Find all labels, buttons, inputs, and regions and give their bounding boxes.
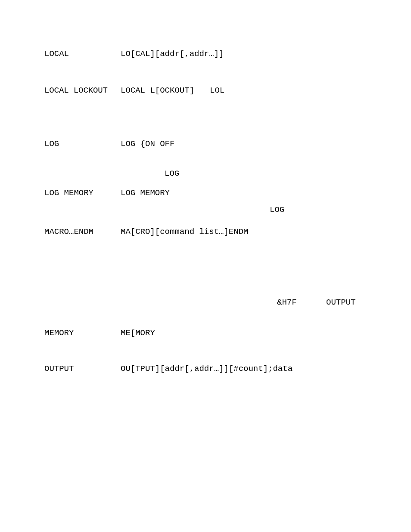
cmd-local-lockout-syntax: LOCAL L[OCKOUT] <box>121 86 194 95</box>
cmd-log-syntax: LOG {ON OFF <box>121 139 174 149</box>
cmd-memory-syntax: ME[MORY <box>121 328 155 338</box>
inline-output-ref: OUTPUT <box>326 298 355 307</box>
document-page: LOCAL LO[CAL][addr[,addr…]] LOCAL LOCKOU… <box>0 0 411 532</box>
cmd-local-lockout-alt: LOL <box>210 86 224 95</box>
cmd-memory-name: MEMORY <box>44 328 74 338</box>
cmd-local-name: LOCAL <box>44 49 69 59</box>
cmd-macro-endm-syntax: MA[CRO][command list…]ENDM <box>121 227 248 236</box>
cmd-local-lockout-name: LOCAL LOCKOUT <box>44 86 108 95</box>
cmd-log-name: LOG <box>44 139 59 149</box>
cmd-local-syntax: LO[CAL][addr[,addr…]] <box>121 49 224 59</box>
inline-log-ref: LOG <box>165 169 179 178</box>
cmd-output-syntax: OU[TPUT][addr[,addr…]][#count];data <box>121 364 293 373</box>
inline-log-ref-2: LOG <box>270 205 284 215</box>
inline-hex: &H7F <box>277 298 297 307</box>
cmd-macro-endm-name: MACRO…ENDM <box>44 227 93 236</box>
cmd-output-name: OUTPUT <box>44 364 74 373</box>
cmd-log-memory-syntax: LOG MEMORY <box>121 188 170 198</box>
cmd-log-memory-name: LOG MEMORY <box>44 188 93 198</box>
